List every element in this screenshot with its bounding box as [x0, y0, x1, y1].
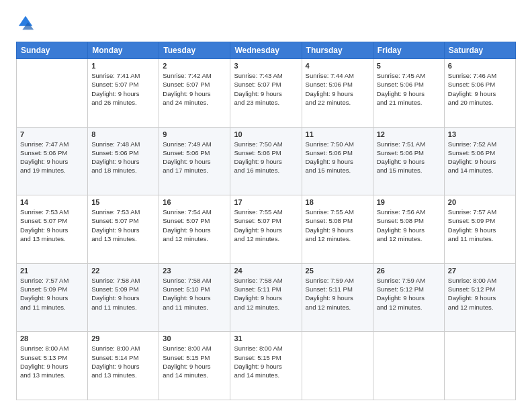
day-info: Sunrise: 8:00 AMSunset: 5:14 PMDaylight:… [91, 344, 155, 379]
day-cell: 22Sunrise: 7:58 AMSunset: 5:09 PMDayligh… [88, 263, 159, 332]
day-info: Sunrise: 7:57 AMSunset: 5:09 PMDaylight:… [448, 208, 512, 243]
day-number: 18 [306, 198, 369, 206]
day-cell: 2Sunrise: 7:42 AMSunset: 5:07 PMDaylight… [159, 59, 230, 128]
day-cell: 9Sunrise: 7:49 AMSunset: 5:06 PMDaylight… [159, 127, 230, 195]
day-cell: 1Sunrise: 7:41 AMSunset: 5:07 PMDaylight… [88, 59, 159, 128]
day-number: 2 [163, 62, 226, 70]
day-cell: 14Sunrise: 7:53 AMSunset: 5:07 PMDayligh… [17, 195, 88, 264]
day-info: Sunrise: 7:56 AMSunset: 5:08 PMDaylight:… [377, 208, 441, 243]
day-number: 6 [448, 62, 512, 70]
day-number: 3 [234, 62, 298, 70]
day-cell: 20Sunrise: 7:57 AMSunset: 5:09 PMDayligh… [444, 195, 515, 264]
day-cell: 28Sunrise: 8:00 AMSunset: 5:13 PMDayligh… [17, 332, 88, 400]
day-info: Sunrise: 7:47 AMSunset: 5:06 PMDaylight:… [20, 140, 84, 175]
weekday-saturday: Saturday [444, 42, 515, 59]
day-number: 8 [91, 130, 155, 138]
day-info: Sunrise: 7:58 AMSunset: 5:11 PMDaylight:… [234, 276, 298, 312]
day-info: Sunrise: 7:42 AMSunset: 5:07 PMDaylight:… [163, 71, 226, 107]
day-info: Sunrise: 7:55 AMSunset: 5:07 PMDaylight:… [234, 208, 298, 243]
day-number: 9 [163, 130, 226, 138]
day-info: Sunrise: 7:59 AMSunset: 5:12 PMDaylight:… [377, 276, 441, 312]
day-cell: 19Sunrise: 7:56 AMSunset: 5:08 PMDayligh… [373, 195, 444, 264]
day-cell: 12Sunrise: 7:51 AMSunset: 5:06 PMDayligh… [373, 127, 444, 195]
weekday-row: SundayMondayTuesdayWednesdayThursdayFrid… [17, 42, 516, 59]
day-info: Sunrise: 7:46 AMSunset: 5:06 PMDaylight:… [448, 71, 512, 107]
day-info: Sunrise: 7:43 AMSunset: 5:07 PMDaylight:… [234, 71, 298, 107]
day-info: Sunrise: 8:00 AMSunset: 5:15 PMDaylight:… [163, 344, 226, 379]
week-row-5: 28Sunrise: 8:00 AMSunset: 5:13 PMDayligh… [17, 332, 516, 400]
day-cell: 15Sunrise: 7:53 AMSunset: 5:07 PMDayligh… [88, 195, 159, 264]
day-number: 29 [91, 334, 155, 342]
day-info: Sunrise: 7:51 AMSunset: 5:06 PMDaylight:… [377, 140, 441, 175]
day-number: 17 [234, 198, 298, 206]
day-number: 26 [377, 267, 441, 275]
week-row-2: 7Sunrise: 7:47 AMSunset: 5:06 PMDaylight… [17, 127, 516, 195]
day-number: 20 [448, 198, 512, 206]
day-info: Sunrise: 7:48 AMSunset: 5:06 PMDaylight:… [91, 140, 155, 175]
day-cell [444, 332, 515, 400]
day-number: 11 [306, 130, 369, 138]
weekday-thursday: Thursday [302, 42, 373, 59]
logo [16, 13, 38, 32]
page: SundayMondayTuesdayWednesdayThursdayFrid… [0, 0, 532, 411]
day-info: Sunrise: 8:00 AMSunset: 5:12 PMDaylight:… [448, 276, 512, 312]
day-number: 12 [377, 130, 441, 138]
day-cell [17, 59, 88, 128]
weekday-friday: Friday [373, 42, 444, 59]
weekday-wednesday: Wednesday [230, 42, 302, 59]
week-row-3: 14Sunrise: 7:53 AMSunset: 5:07 PMDayligh… [17, 195, 516, 264]
day-info: Sunrise: 7:58 AMSunset: 5:10 PMDaylight:… [163, 276, 226, 312]
day-cell [302, 332, 373, 400]
day-cell: 27Sunrise: 8:00 AMSunset: 5:12 PMDayligh… [444, 263, 515, 332]
day-number: 14 [20, 198, 84, 206]
svg-marker-0 [19, 16, 33, 26]
logo-icon [16, 13, 35, 32]
calendar: SundayMondayTuesdayWednesdayThursdayFrid… [16, 42, 516, 400]
day-info: Sunrise: 7:50 AMSunset: 5:06 PMDaylight:… [234, 140, 298, 175]
day-number: 24 [234, 267, 298, 275]
day-number: 30 [163, 334, 226, 342]
day-cell: 7Sunrise: 7:47 AMSunset: 5:06 PMDaylight… [17, 127, 88, 195]
day-info: Sunrise: 7:57 AMSunset: 5:09 PMDaylight:… [20, 276, 84, 312]
day-cell: 29Sunrise: 8:00 AMSunset: 5:14 PMDayligh… [88, 332, 159, 400]
calendar-header: SundayMondayTuesdayWednesdayThursdayFrid… [17, 42, 516, 59]
day-cell: 21Sunrise: 7:57 AMSunset: 5:09 PMDayligh… [17, 263, 88, 332]
weekday-sunday: Sunday [17, 42, 88, 59]
day-number: 1 [91, 62, 155, 70]
day-number: 23 [163, 267, 226, 275]
day-info: Sunrise: 7:58 AMSunset: 5:09 PMDaylight:… [91, 276, 155, 312]
calendar-body: 1Sunrise: 7:41 AMSunset: 5:07 PMDaylight… [17, 59, 516, 400]
day-cell: 25Sunrise: 7:59 AMSunset: 5:11 PMDayligh… [302, 263, 373, 332]
day-info: Sunrise: 7:45 AMSunset: 5:06 PMDaylight:… [377, 71, 441, 107]
day-cell: 23Sunrise: 7:58 AMSunset: 5:10 PMDayligh… [159, 263, 230, 332]
day-info: Sunrise: 7:53 AMSunset: 5:07 PMDaylight:… [91, 208, 155, 243]
day-cell: 26Sunrise: 7:59 AMSunset: 5:12 PMDayligh… [373, 263, 444, 332]
day-cell: 30Sunrise: 8:00 AMSunset: 5:15 PMDayligh… [159, 332, 230, 400]
day-cell: 10Sunrise: 7:50 AMSunset: 5:06 PMDayligh… [230, 127, 302, 195]
day-cell: 8Sunrise: 7:48 AMSunset: 5:06 PMDaylight… [88, 127, 159, 195]
day-number: 19 [377, 198, 441, 206]
day-info: Sunrise: 8:00 AMSunset: 5:15 PMDaylight:… [234, 344, 298, 379]
weekday-tuesday: Tuesday [159, 42, 230, 59]
week-row-4: 21Sunrise: 7:57 AMSunset: 5:09 PMDayligh… [17, 263, 516, 332]
day-info: Sunrise: 7:55 AMSunset: 5:08 PMDaylight:… [306, 208, 369, 243]
header [16, 13, 516, 32]
day-cell: 4Sunrise: 7:44 AMSunset: 5:06 PMDaylight… [302, 59, 373, 128]
weekday-monday: Monday [88, 42, 159, 59]
day-number: 16 [163, 198, 226, 206]
day-cell: 13Sunrise: 7:52 AMSunset: 5:06 PMDayligh… [444, 127, 515, 195]
day-number: 31 [234, 334, 298, 342]
day-number: 13 [448, 130, 512, 138]
day-number: 25 [306, 267, 369, 275]
day-info: Sunrise: 7:44 AMSunset: 5:06 PMDaylight:… [306, 71, 369, 107]
day-cell: 5Sunrise: 7:45 AMSunset: 5:06 PMDaylight… [373, 59, 444, 128]
day-cell [373, 332, 444, 400]
day-info: Sunrise: 7:52 AMSunset: 5:06 PMDaylight:… [448, 140, 512, 175]
day-number: 27 [448, 267, 512, 275]
day-info: Sunrise: 7:59 AMSunset: 5:11 PMDaylight:… [306, 276, 369, 312]
day-cell: 18Sunrise: 7:55 AMSunset: 5:08 PMDayligh… [302, 195, 373, 264]
day-number: 21 [20, 267, 84, 275]
day-info: Sunrise: 7:41 AMSunset: 5:07 PMDaylight:… [91, 71, 155, 107]
day-info: Sunrise: 7:49 AMSunset: 5:06 PMDaylight:… [163, 140, 226, 175]
day-cell: 3Sunrise: 7:43 AMSunset: 5:07 PMDaylight… [230, 59, 302, 128]
